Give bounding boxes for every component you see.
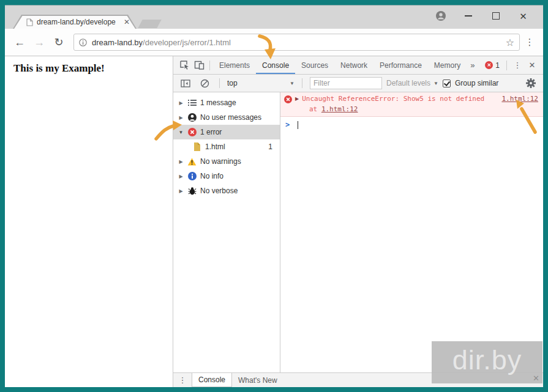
close-icon: ✕ <box>519 12 527 21</box>
sidebar-item-user-messages[interactable]: ▶ No user messages <box>173 110 280 125</box>
console-settings-button[interactable] <box>524 76 538 91</box>
clear-console-icon <box>200 79 209 88</box>
sidebar-item-label: 1 message <box>200 98 236 107</box>
browser-window: ✕ dream-land.by/develope ✕ ← → ↻ <box>5 5 543 387</box>
tab-title: dream-land.by/develope <box>37 18 120 26</box>
devtools-tab-console[interactable]: Console <box>256 57 295 74</box>
content-area: This is my Example! Eleme <box>5 56 543 387</box>
devtools-tab-performance[interactable]: Performance <box>373 57 428 74</box>
sidebar-item-verbose[interactable]: ▶ No verbose <box>173 183 280 198</box>
disclosure-triangle-icon[interactable]: ▶ <box>178 188 184 194</box>
file-icon <box>192 142 201 152</box>
drawer-menu-button[interactable]: ⋮ <box>173 373 192 387</box>
sidebar-item-messages[interactable]: ▶ 1 message <box>173 95 280 110</box>
execution-context-selector[interactable]: top ▼ <box>227 79 295 87</box>
minimize-icon <box>465 15 472 17</box>
error-count-badge: ✕ 1 <box>481 61 503 70</box>
console-sidebar: ▶ 1 message ▶ <box>173 92 280 372</box>
user-messages-icon <box>187 113 197 122</box>
maximize-icon <box>492 12 500 20</box>
sidebar-item-info[interactable]: ▶ No info <box>173 169 280 183</box>
maximize-button[interactable] <box>482 8 509 24</box>
drawer-tab-whats-new[interactable]: What's New <box>232 373 283 387</box>
minimize-button[interactable] <box>454 8 482 24</box>
sidebar-item-warnings[interactable]: ▶ No warnings <box>173 154 280 169</box>
sidebar-item-errors[interactable]: ▼ 1 error <box>173 125 280 139</box>
stack-prefix: at <box>309 105 317 113</box>
drawer-tab-console[interactable]: Console <box>192 373 232 387</box>
close-window-button[interactable]: ✕ <box>509 8 537 24</box>
error-source-link[interactable]: 1.html:12 <box>501 95 538 103</box>
watermark: dir.by ✕ <box>432 341 542 383</box>
window-frame: ✕ dream-land.by/develope ✕ ← → ↻ <box>0 0 548 392</box>
more-tabs-chevron-icon[interactable]: » <box>467 61 478 70</box>
url-text: dream-land.by/developer/js/error/1.html <box>92 38 231 47</box>
disclosure-triangle-icon[interactable]: ▶ <box>178 100 184 106</box>
address-bar[interactable]: dream-land.by/developer/js/error/1.html … <box>73 34 520 51</box>
sidebar-item-label: No info <box>200 172 223 180</box>
devtools-tab-elements[interactable]: Elements <box>213 57 256 74</box>
new-tab-button[interactable] <box>138 20 161 28</box>
stack-source-link[interactable]: 1.html:12 <box>321 105 358 113</box>
divider <box>506 61 507 70</box>
error-badge-count: 1 <box>495 61 500 70</box>
close-icon: ✕ <box>529 61 536 70</box>
messages-list-icon <box>187 98 197 108</box>
watermark-close-icon[interactable]: ✕ <box>533 374 539 382</box>
devtools-tab-memory[interactable]: Memory <box>428 57 467 74</box>
inspect-cursor-icon <box>179 60 190 70</box>
bug-icon <box>187 187 197 196</box>
kebab-menu-icon: ⋮ <box>514 61 522 70</box>
log-levels-selector[interactable]: Default levels ▼ <box>386 79 438 87</box>
log-levels-label: Default levels <box>386 79 430 87</box>
console-toolbar: top ▼ Default levels ▼ Group similar <box>173 75 543 92</box>
console-prompt[interactable]: > <box>280 117 543 133</box>
watermark-text: dir.by <box>432 341 542 379</box>
clear-console-button[interactable] <box>197 76 212 91</box>
browser-tab-strip: ✕ dream-land.by/develope ✕ <box>5 5 543 29</box>
kebab-menu-icon: ⋮ <box>179 375 187 385</box>
disclosure-triangle-icon[interactable]: ▶ <box>178 115 184 120</box>
devtools-close-button[interactable]: ✕ <box>525 61 539 70</box>
inspect-element-button[interactable] <box>177 58 192 73</box>
tab-close-icon[interactable]: ✕ <box>124 18 130 26</box>
expand-error-triangle-icon[interactable]: ▶ <box>295 96 299 102</box>
error-stack-frame: at 1.html:12 <box>284 105 538 113</box>
devtools-tab-network[interactable]: Network <box>334 57 373 74</box>
filter-input[interactable] <box>310 77 382 89</box>
forward-button[interactable]: → <box>31 34 48 51</box>
group-similar-checkbox[interactable] <box>443 80 451 87</box>
profile-button[interactable] <box>427 8 454 24</box>
window-controls: ✕ <box>427 8 537 24</box>
divider <box>219 78 220 88</box>
page-info-icon[interactable] <box>79 39 87 46</box>
devtools-tab-bar: Elements Console Sources Network Perform… <box>173 56 543 75</box>
group-similar-label[interactable]: Group similar <box>455 79 498 87</box>
devtools-menu-button[interactable]: ⋮ <box>510 61 525 70</box>
disclosure-triangle-icon[interactable]: ▶ <box>178 159 184 165</box>
sidebar-item-label: No user messages <box>200 113 261 122</box>
disclosure-triangle-icon[interactable]: ▶ <box>178 174 184 179</box>
back-button[interactable]: ← <box>11 34 28 51</box>
chevron-down-icon: ▼ <box>290 81 295 86</box>
device-toolbar-button[interactable] <box>192 58 206 73</box>
refresh-button[interactable]: ↻ <box>50 34 67 51</box>
disclosure-triangle-icon[interactable]: ▼ <box>178 130 184 135</box>
info-icon <box>187 172 197 181</box>
error-icon <box>187 128 197 137</box>
browser-tab[interactable]: dream-land.by/develope ✕ <box>13 15 136 29</box>
console-messages-pane: ▶ Uncaught ReferenceError: Show5 is not … <box>280 92 543 372</box>
sidebar-item-error-file[interactable]: 1.html 1 <box>173 139 280 154</box>
back-icon: ← <box>14 36 25 49</box>
divider <box>209 61 210 70</box>
device-toolbar-icon <box>194 61 205 70</box>
error-badge-icon: ✕ <box>485 61 493 69</box>
console-sidebar-toggle-button[interactable] <box>178 76 193 91</box>
browser-nav-toolbar: ← → ↻ dream-land.by/developer/js/error/1… <box>5 29 543 56</box>
chevron-down-icon: ▼ <box>434 81 438 86</box>
prompt-chevron-icon: > <box>285 120 290 129</box>
browser-menu-button[interactable]: ⋮ <box>522 37 537 48</box>
forward-icon: → <box>34 36 45 49</box>
devtools-tab-sources[interactable]: Sources <box>295 57 334 74</box>
bookmark-star-icon[interactable]: ☆ <box>506 37 514 48</box>
